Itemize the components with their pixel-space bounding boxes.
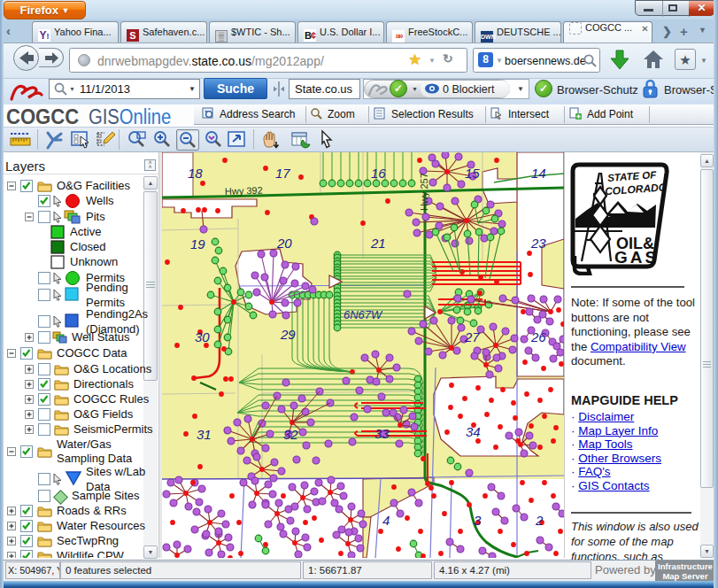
svg-text:20: 20	[276, 236, 292, 251]
svg-text:GAS: GAS	[614, 248, 659, 267]
svg-text:15: 15	[465, 166, 480, 181]
svg-text:32: 32	[283, 427, 298, 442]
svg-text:4: 4	[382, 513, 390, 528]
svg-text:3: 3	[474, 513, 482, 528]
svg-text:Hwy 392: Hwy 392	[225, 185, 263, 197]
svg-text:33: 33	[374, 426, 390, 441]
svg-text:27: 27	[464, 329, 480, 344]
svg-text:30: 30	[195, 329, 210, 344]
svg-text:31: 31	[197, 427, 212, 442]
svg-text:18: 18	[188, 166, 203, 181]
svg-text:21: 21	[370, 236, 386, 251]
svg-text:Hwy 257: Hwy 257	[419, 173, 429, 211]
svg-text:17: 17	[275, 166, 290, 181]
svg-text:34: 34	[466, 424, 481, 439]
svg-text:14: 14	[531, 166, 546, 181]
svg-text:19: 19	[190, 236, 205, 251]
svg-text:2: 2	[535, 513, 544, 528]
svg-text:26: 26	[530, 329, 546, 344]
svg-text:29: 29	[280, 327, 296, 342]
svg-text:16: 16	[371, 166, 386, 181]
svg-text:23: 23	[530, 236, 546, 251]
svg-text:6N67W: 6N67W	[344, 308, 383, 321]
